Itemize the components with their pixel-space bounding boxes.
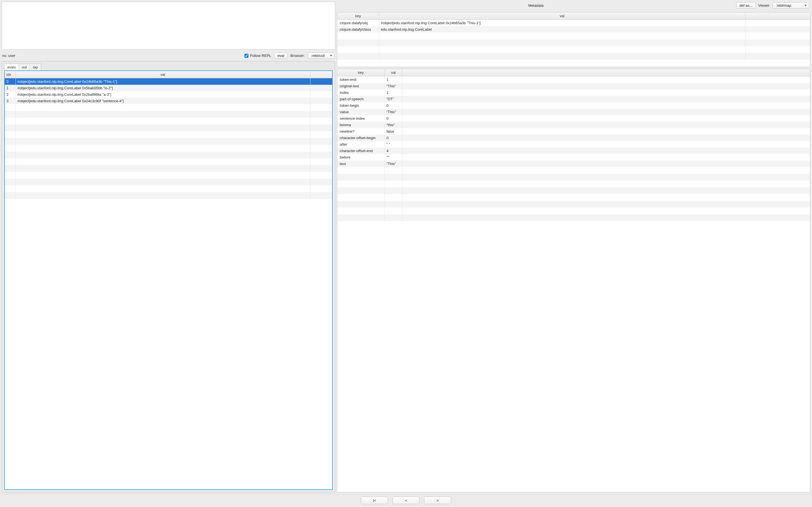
coll-col-idx[interactable]: idx: [5, 71, 15, 78]
def-as-button[interactable]: def as...: [736, 2, 756, 9]
table-row[interactable]: :token-begin0: [337, 102, 810, 109]
main-panes: ns: user Follow REPL eval Browser: :rebl…: [0, 0, 812, 494]
meta-col-val[interactable]: val: [379, 12, 745, 20]
follow-repl-label: Follow REPL: [250, 54, 271, 58]
table-row[interactable]: [337, 214, 810, 221]
table-row[interactable]: :before"": [337, 154, 810, 161]
detail-col-key[interactable]: key: [337, 69, 385, 76]
tabs: evalsouttap: [4, 64, 41, 70]
app-root: ns: user Follow REPL eval Browser: :rebl…: [0, 0, 812, 507]
table-row[interactable]: :value"This": [337, 109, 810, 115]
coll-col-val[interactable]: val: [15, 71, 310, 78]
table-row[interactable]: :token-end1: [337, 76, 810, 83]
table-row[interactable]: [337, 194, 810, 201]
table-row[interactable]: [5, 192, 332, 199]
meta-col-extra[interactable]: [745, 12, 810, 20]
table-row[interactable]: [5, 118, 332, 124]
tab-evals[interactable]: evals: [4, 64, 19, 70]
nav-first-button[interactable]: |<: [361, 497, 388, 504]
table-row[interactable]: [337, 33, 810, 40]
table-row[interactable]: :lemma"this": [337, 122, 810, 128]
tab-bar: evalsouttap: [2, 61, 335, 70]
table-row[interactable]: :original-text"This": [337, 83, 810, 89]
viewer-select[interactable]: :rebl/map: [772, 2, 809, 9]
eval-controls: ns: user Follow REPL eval Browser: :rebl…: [2, 51, 335, 59]
metadata-title: Metadata: [338, 3, 733, 8]
follow-repl-checkbox[interactable]: Follow REPL: [245, 54, 271, 58]
table-row[interactable]: [5, 165, 332, 172]
browser-select-value: :rebl/coll: [311, 54, 324, 58]
table-row[interactable]: :newline?false: [337, 128, 810, 135]
meta-col-key[interactable]: key: [337, 12, 379, 20]
table-row[interactable]: [5, 152, 332, 158]
detail-table[interactable]: key val :token-end1:original-text"This":…: [337, 69, 810, 221]
chevron-down-icon: [330, 55, 332, 56]
table-row[interactable]: 3#object[edu.stanford.nlp.ling.CoreLabel…: [5, 98, 332, 104]
table-row[interactable]: :sentence-index0: [337, 115, 810, 122]
table-row[interactable]: [5, 172, 332, 179]
tab-tap[interactable]: tap: [30, 64, 41, 70]
table-row[interactable]: [337, 187, 810, 194]
table-row[interactable]: [5, 138, 332, 145]
table-row[interactable]: :index1: [337, 89, 810, 96]
table-row[interactable]: [5, 145, 332, 152]
table-row[interactable]: [337, 208, 810, 214]
nav-footer: |< < >: [0, 494, 812, 507]
expr-editor[interactable]: [2, 2, 335, 50]
table-row[interactable]: :character-offset-begin0: [337, 135, 810, 141]
metadata-table[interactable]: key val :clojure.datafy/obj#object[edu.s…: [337, 12, 810, 60]
detail-col-val[interactable]: val: [385, 69, 402, 76]
metadata-header: Metadata def as... Viewer: :rebl/map: [337, 2, 810, 10]
nav-back-button[interactable]: <: [393, 497, 419, 504]
viewer-select-value: :rebl/map: [776, 3, 791, 8]
table-row[interactable]: :clojure.datafy/classedu.stanford.nlp.li…: [337, 26, 810, 33]
table-row[interactable]: :clojure.datafy/obj#object[edu.stanford.…: [337, 20, 810, 26]
table-row[interactable]: [5, 158, 332, 165]
table-row[interactable]: :after" ": [337, 141, 810, 148]
table-row[interactable]: 1#object[edu.stanford.nlp.ling.CoreLabel…: [5, 85, 332, 91]
table-row[interactable]: [337, 201, 810, 208]
table-row[interactable]: [5, 179, 332, 185]
table-row[interactable]: [337, 180, 810, 187]
tab-out[interactable]: out: [19, 64, 30, 70]
table-row[interactable]: 0#object[edu.stanford.nlp.ling.CoreLabel…: [5, 78, 332, 85]
nav-fwd-button[interactable]: >: [424, 497, 451, 504]
table-row[interactable]: [5, 104, 332, 111]
coll-table[interactable]: idx val 0#object[edu.stanford.nlp.ling.C…: [5, 71, 332, 199]
tab-content: idx val 0#object[edu.stanford.nlp.ling.C…: [4, 70, 333, 490]
right-pane: Metadata def as... Viewer: :rebl/map key…: [337, 0, 812, 494]
coll-col-extra[interactable]: [310, 71, 332, 78]
viewer-label: Viewer:: [758, 3, 770, 8]
results-panel: evalsouttap idx val 0#object[edu.stanfor…: [2, 61, 335, 492]
browser-label: Browser:: [290, 54, 305, 58]
table-row[interactable]: [5, 131, 332, 138]
eval-button[interactable]: eval: [274, 52, 288, 59]
detail-col-extra[interactable]: [402, 69, 810, 76]
browser-select[interactable]: :rebl/coll: [308, 52, 335, 59]
table-row[interactable]: [5, 111, 332, 118]
chevron-down-icon: [804, 5, 807, 6]
table-row[interactable]: :text"This": [337, 161, 810, 167]
metadata-table-wrap: key val :clojure.datafy/obj#object[edu.s…: [337, 12, 810, 67]
table-row[interactable]: [337, 53, 810, 60]
ns-label: ns: user: [2, 54, 15, 58]
table-row[interactable]: [5, 185, 332, 192]
table-row[interactable]: :part-of-speech"DT": [337, 96, 810, 102]
follow-repl-input[interactable]: [245, 54, 248, 58]
table-row[interactable]: [5, 124, 332, 131]
table-row[interactable]: [337, 167, 810, 174]
table-row[interactable]: :character-offset-end4: [337, 148, 810, 154]
table-row[interactable]: 2#object[edu.stanford.nlp.ling.CoreLabel…: [5, 91, 332, 98]
detail-table-wrap: key val :token-end1:original-text"This":…: [337, 69, 810, 492]
table-row[interactable]: [337, 174, 810, 180]
table-row[interactable]: [337, 46, 810, 53]
table-row[interactable]: [337, 40, 810, 46]
left-pane: ns: user Follow REPL eval Browser: :rebl…: [0, 0, 337, 494]
